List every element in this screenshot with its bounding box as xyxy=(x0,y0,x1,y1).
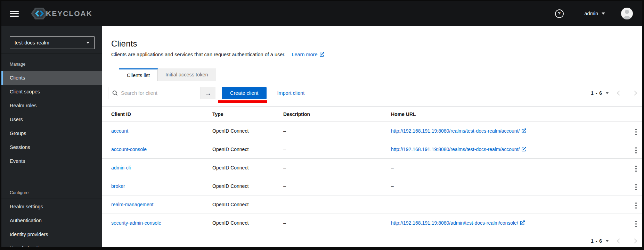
sidebar-item-sessions[interactable]: Sessions xyxy=(1,140,102,154)
kebab-menu-button[interactable] xyxy=(634,128,638,136)
client-id-link[interactable]: realm-management xyxy=(111,202,153,207)
kebab-menu-button[interactable] xyxy=(634,220,638,228)
client-type-cell: OpenID Connect xyxy=(203,159,274,177)
sidebar-item-label: Events xyxy=(10,158,25,164)
sidebar-item-identity-providers[interactable]: Identity providers xyxy=(1,227,102,241)
realm-selector[interactable]: test-docs-realm xyxy=(10,36,95,49)
realm-selector-value: test-docs-realm xyxy=(15,40,49,45)
empty-value: – xyxy=(391,165,394,170)
sidebar-item-clients[interactable]: Clients xyxy=(1,71,102,85)
client-id-link[interactable]: broker xyxy=(111,183,125,189)
kebab-menu-button[interactable] xyxy=(634,183,638,191)
client-description-cell: – xyxy=(274,177,382,195)
pagination-range[interactable]: 1 - 6 xyxy=(591,238,602,244)
page-description-text: Clients are applications and services th… xyxy=(111,52,285,57)
table-row: broker OpenID Connect – – xyxy=(102,177,642,195)
learn-more-label: Learn more xyxy=(292,52,317,57)
client-description-cell: – xyxy=(274,214,382,232)
search-group: → xyxy=(108,87,215,99)
create-client-button[interactable]: Create client xyxy=(222,87,267,99)
keycloak-hexagon-icon xyxy=(31,7,48,20)
page-title: Clients xyxy=(111,39,634,49)
sidebar-group-title: Configure xyxy=(1,182,102,199)
search-input[interactable] xyxy=(121,90,197,96)
column-header-description[interactable]: Description xyxy=(274,107,382,122)
main-content: Clients Clients are applications and ser… xyxy=(102,26,642,247)
client-home-url-cell: – xyxy=(382,177,621,195)
sidebar-item-label: Clients xyxy=(10,75,25,81)
pagination-bottom: 1 - 6 xyxy=(591,238,636,244)
search-box xyxy=(108,87,201,99)
app-window: KEYCLOAK ? admin test-docs-realm Manage … xyxy=(1,1,642,247)
pagination-bottom-wrap: 1 - 6 xyxy=(102,232,642,244)
chevron-down-icon xyxy=(606,92,609,94)
home-url-link[interactable]: http://192.168.191.19:8080/admin/test-do… xyxy=(391,220,525,226)
sidebar-item-groups[interactable]: Groups xyxy=(1,126,102,140)
sidebar-item-client-scopes[interactable]: Client scopes xyxy=(1,85,102,99)
client-home-url-cell: http://192.168.191.19:8080/realms/test-d… xyxy=(382,140,621,159)
next-page-button[interactable] xyxy=(632,91,637,95)
column-header-actions xyxy=(621,107,642,122)
sidebar-item-label: Realm settings xyxy=(10,204,43,209)
table-row: account OpenID Connect – http://192.168.… xyxy=(102,122,642,140)
sidebar-item-realm-roles[interactable]: Realm roles xyxy=(1,99,102,112)
username: admin xyxy=(585,11,598,16)
empty-value: – xyxy=(391,183,394,189)
tab-initial-access-token[interactable]: Initial access token xyxy=(158,68,216,81)
kebab-menu-button[interactable] xyxy=(634,146,638,155)
sidebar-item-label: Users xyxy=(10,117,23,122)
column-header-type[interactable]: Type xyxy=(203,107,274,122)
avatar[interactable] xyxy=(621,8,633,19)
hamburger-menu-icon[interactable] xyxy=(10,11,19,17)
previous-page-button[interactable] xyxy=(617,239,622,243)
sidebar-nav: Manage Clients Client scopes Realm roles… xyxy=(1,53,102,247)
client-type-cell: OpenID Connect xyxy=(203,195,274,214)
client-id-link[interactable]: account xyxy=(111,128,128,134)
import-client-link[interactable]: Import client xyxy=(277,90,304,96)
sidebar-group: Configure Realm settings Authentication … xyxy=(1,182,102,247)
next-page-button[interactable] xyxy=(632,239,637,243)
search-submit-button[interactable]: → xyxy=(201,87,215,99)
sidebar-item-label: Groups xyxy=(10,131,26,136)
client-id-link[interactable]: account-console xyxy=(111,147,147,152)
sidebar-item-events[interactable]: Events xyxy=(1,154,102,168)
previous-page-button[interactable] xyxy=(617,91,622,95)
table-row: admin-cli OpenID Connect – – xyxy=(102,159,642,177)
external-link-icon xyxy=(520,220,525,225)
sidebar-item-users[interactable]: Users xyxy=(1,112,102,126)
keycloak-logo[interactable]: KEYCLOAK xyxy=(31,7,92,20)
client-type-cell: OpenID Connect xyxy=(203,214,274,232)
client-id-link[interactable]: admin-cli xyxy=(111,165,131,170)
home-url-link[interactable]: http://192.168.191.19:8080/realms/test-d… xyxy=(391,128,526,134)
sidebar-item-realm-settings[interactable]: Realm settings xyxy=(1,200,102,214)
client-home-url-cell: http://192.168.191.19:8080/realms/test-d… xyxy=(382,122,621,140)
client-type-cell: OpenID Connect xyxy=(203,140,274,159)
help-icon[interactable]: ? xyxy=(555,9,564,18)
sidebar-item-user-federation[interactable]: User federation xyxy=(1,241,102,247)
client-description-cell: – xyxy=(274,122,382,140)
chevron-down-icon xyxy=(606,240,609,242)
table-row: account-console OpenID Connect – http://… xyxy=(102,140,642,159)
kebab-menu-button[interactable] xyxy=(634,165,638,173)
search-icon xyxy=(112,90,118,96)
column-header-home-url[interactable]: Home URL xyxy=(382,107,621,122)
client-description-cell: – xyxy=(274,140,382,159)
external-link-icon xyxy=(522,147,526,151)
sidebar-item-label: Authentication xyxy=(10,218,42,223)
kebab-menu-button[interactable] xyxy=(634,201,638,210)
sidebar-group: Manage Clients Client scopes Realm roles… xyxy=(1,53,102,168)
column-header-client-id[interactable]: Client ID xyxy=(102,107,203,122)
external-link-icon xyxy=(522,128,526,133)
sidebar-item-authentication[interactable]: Authentication xyxy=(1,214,102,227)
toolbar: → Create client Import client 1 - 6 xyxy=(102,81,642,99)
brand-text: KEYCLOAK xyxy=(46,9,92,18)
learn-more-link[interactable]: Learn more xyxy=(292,52,324,57)
tab-clients-list[interactable]: Clients list xyxy=(119,68,158,81)
client-id-link[interactable]: security-admin-console xyxy=(111,220,161,226)
pagination-range[interactable]: 1 - 6 xyxy=(591,90,602,96)
tab-bar: Clients list Initial access token xyxy=(102,68,642,81)
tab-label: Clients list xyxy=(127,73,150,78)
home-url-link[interactable]: http://192.168.191.19:8080/realms/test-d… xyxy=(391,147,526,152)
pagination-top: 1 - 6 xyxy=(591,90,636,96)
user-menu[interactable]: admin xyxy=(585,11,605,16)
